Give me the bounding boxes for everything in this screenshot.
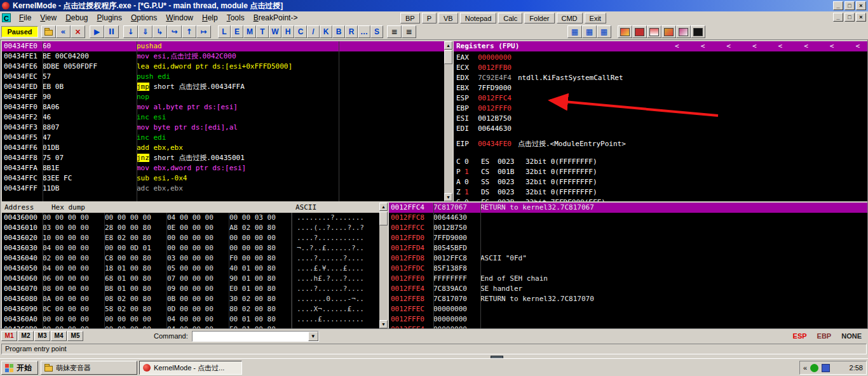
disasm-row[interactable]: 00434FF601DBadd ebx,ebx <box>2 143 444 153</box>
plugin-icon-4[interactable] <box>661 25 676 38</box>
stack-row[interactable]: 0012FFD480545BFD <box>389 243 867 253</box>
disasm-row[interactable]: 00434FEF90nop <box>2 92 444 102</box>
hexdump-row[interactable]: 004360800A 00 00 0008 02 00 800B 00 00 0… <box>2 294 379 304</box>
hexdump-row[interactable]: 004360A000 00 00 0000 00 00 0004 00 00 0… <box>2 314 379 325</box>
hexdump-row[interactable]: 0043604002 00 00 00C8 00 00 8003 00 00 0… <box>2 253 379 264</box>
menu-item-debug[interactable]: Debug <box>61 12 92 24</box>
flag-row[interactable]: P1CS001B32bit 0(FFFFFFFF) <box>456 167 867 177</box>
log-window-icon[interactable]: ≡ <box>387 25 402 38</box>
step-into-icon[interactable]: ↓ <box>123 25 138 38</box>
disasm-scrollbar[interactable]: ▲ ▼ <box>444 41 452 201</box>
menubar-button-notepad[interactable]: Notepad <box>460 13 497 24</box>
hexdump-row[interactable]: 004360B000 00 00 0000 00 00 0004 00 00 0… <box>2 325 379 328</box>
taskbar-task-debugger[interactable]: KernelMode - 点击过... <box>139 361 242 375</box>
patches-window-icon[interactable]: ≡ <box>402 25 416 38</box>
close-program-icon[interactable]: × <box>71 25 85 38</box>
restore-button[interactable]: □ <box>844 1 855 10</box>
pause-icon[interactable]: II <box>104 25 119 38</box>
collapse-chevron-icon[interactable]: < <box>752 42 757 50</box>
stack-row[interactable]: 0012FFD80012FFC8ASCII "0Fd" <box>389 253 867 264</box>
disasm-row[interactable]: 00434FF246inc esi <box>2 112 444 123</box>
flag-row[interactable]: C0ES002332bit 0(FFFFFFFF) <box>456 157 867 167</box>
disasm-row[interactable]: 00434FE060pushad <box>2 41 444 51</box>
disasm-row[interactable]: 00434FF38807mov byte ptr ds:[edi],al <box>2 123 444 133</box>
disasm-row[interactable]: 00434FFF11DBadc ebx,ebx <box>2 184 444 194</box>
window-button-item-7[interactable]: / <box>307 25 320 38</box>
menu-item-file[interactable]: File <box>15 12 36 24</box>
stack-row[interactable]: 0012FFD07FFD9000 <box>389 233 867 243</box>
disasm-row[interactable]: 00434FF875 07jnz short 点击过授.00435001 <box>2 153 444 163</box>
hexdump-row[interactable]: 0043603004 00 00 0000 00 0D 0100 00 00 0… <box>2 243 379 253</box>
stack-row[interactable]: 0012FFE47C839AC0SE handler <box>389 284 867 294</box>
disasm-row[interactable]: 00434FFC83EE FCsub esi,-0x4 <box>2 173 444 184</box>
menubar-button-bp[interactable]: BP <box>400 13 420 24</box>
memory-table-icon[interactable]: ▦ <box>567 25 582 38</box>
stack-row[interactable]: 0012FFE87C817070RETURN to kernel32.7C817… <box>389 294 867 304</box>
tray-chevron[interactable]: « <box>803 364 807 372</box>
window-button-c[interactable]: C <box>294 25 307 38</box>
menu-item-help[interactable]: Help <box>198 12 222 24</box>
menu-item-window[interactable]: Window <box>161 12 198 24</box>
register-row[interactable]: EBX7FFD9000 <box>456 83 867 93</box>
hexdump-row[interactable]: 0043600000 00 00 0000 00 00 0004 00 00 0… <box>2 213 379 223</box>
menubar-button-cmd[interactable]: CMD <box>557 13 583 24</box>
plugin-icon-5[interactable] <box>676 25 691 38</box>
close-button[interactable]: × <box>856 1 866 10</box>
register-row[interactable]: ECX0012FFB0 <box>456 63 867 73</box>
window-button-w[interactable]: W <box>269 25 281 38</box>
stack-row[interactable]: 0012FFC800644630 <box>389 213 867 223</box>
scroll-thumb[interactable] <box>379 211 388 225</box>
menu-item-plugins[interactable]: Plugins <box>93 12 126 24</box>
minimize-button[interactable]: _ <box>833 13 843 22</box>
collapse-chevron-icon[interactable]: < <box>701 42 705 50</box>
hexdump-row[interactable]: 0043605004 00 00 0018 01 00 8005 00 00 0… <box>2 264 379 274</box>
window-button-item-11[interactable]: … <box>358 25 370 38</box>
disasm-row[interactable]: 00434FEDEB 0Bjmp short 点击过授.00434FFA <box>2 82 444 92</box>
register-row[interactable]: EDI00644630 <box>456 124 867 134</box>
hexdump-row[interactable]: 0043601003 00 00 0028 00 00 800E 00 00 0… <box>2 223 379 233</box>
green-status-icon[interactable] <box>810 364 818 372</box>
menu-item-tools[interactable]: Tools <box>222 12 249 24</box>
collapse-chevron-icon[interactable]: < <box>830 42 834 50</box>
collapse-chevron-icon[interactable]: < <box>778 42 783 50</box>
hexdump-scrollbar[interactable]: ▲ ▼ <box>379 203 388 328</box>
memory-tab-m2[interactable]: M2 <box>18 331 34 341</box>
scroll-thumb[interactable] <box>444 50 452 64</box>
hexdump-pane[interactable]: Address Hex dump ASCII 0043600000 00 00 … <box>2 203 379 328</box>
stack-row[interactable]: 0012FFF400000000 <box>389 325 867 328</box>
stack-row[interactable]: 0012FFF000000000 <box>389 314 867 325</box>
collapse-chevron-icon[interactable]: < <box>675 42 679 50</box>
window-button-k[interactable]: K <box>320 25 332 38</box>
window-button-l[interactable]: L <box>218 25 231 38</box>
window-button-h[interactable]: H <box>281 25 294 38</box>
restore-button[interactable]: □ <box>844 13 855 22</box>
execute-till-return-icon[interactable]: ↑ <box>182 25 196 38</box>
disasm-row[interactable]: 00434FF547inc edi <box>2 133 444 143</box>
register-row-eip[interactable]: EIP00434FE0点击过授.<ModuleEntryPoint> <box>456 139 867 149</box>
memory-tab-m1[interactable]: M1 <box>1 331 17 341</box>
hexdump-row[interactable]: 0043606006 00 00 0068 01 00 8007 00 00 0… <box>2 274 379 284</box>
modules-table-icon[interactable]: ▦ <box>597 25 611 38</box>
command-combobox[interactable]: ▼ <box>192 331 319 342</box>
registers-chevron-buttons[interactable]: <<<<<<<< <box>653 41 867 51</box>
flag-row[interactable]: A0SS002332bit 0(FFFFFFFF) <box>456 177 867 187</box>
collapse-chevron-icon[interactable]: < <box>804 42 808 50</box>
disasm-row[interactable]: 00434FFA8B1Emov ebx,dword ptr ds:[esi] <box>2 163 444 173</box>
scroll-up-button[interactable]: ▲ <box>444 41 452 50</box>
disasm-row[interactable]: 00434FEC57push edi <box>2 72 444 82</box>
plugin-icon-3[interactable] <box>647 25 661 38</box>
menubar-button-calc[interactable]: Calc <box>498 13 522 24</box>
window-button-r[interactable]: R <box>345 25 358 38</box>
collapse-chevron-icon[interactable]: < <box>726 42 731 50</box>
collapse-chevron-icon[interactable]: < <box>855 42 860 50</box>
register-row[interactable]: EBP0012FFF0 <box>456 104 867 114</box>
stack-row[interactable]: 0012FFC47C817067RETURN to kernel32.7C817… <box>389 203 867 213</box>
window-button-t[interactable]: T <box>256 25 269 38</box>
menu-item-breakpoint[interactable]: BreakPoint-> <box>249 12 302 24</box>
go-to-address-icon[interactable]: ↦ <box>196 25 211 38</box>
menubar-button-p[interactable]: P <box>422 13 437 24</box>
run-icon[interactable]: ▶ <box>90 25 104 38</box>
scroll-down-button[interactable]: ▼ <box>379 320 388 328</box>
scroll-down-button[interactable]: ▼ <box>444 193 452 201</box>
memory-tab-m3[interactable]: M3 <box>34 331 50 341</box>
